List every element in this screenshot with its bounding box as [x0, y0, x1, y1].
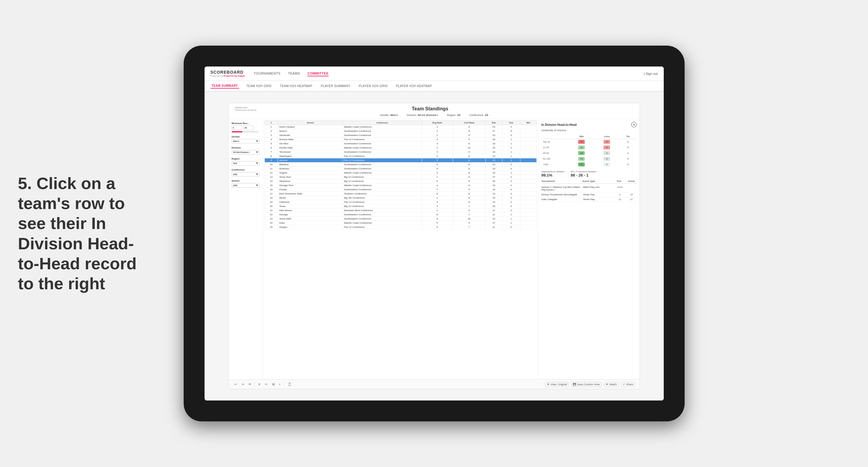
- table-row[interactable]: 8 Washington Pac-12 Conference 2 8 23 1: [265, 154, 536, 158]
- table-row[interactable]: 13 Texas Tech Big 12 Conference 1 9 27 2: [265, 175, 536, 179]
- table-row[interactable]: 15 Georgia Tech Atlantic Coast Conferenc…: [265, 183, 536, 188]
- conference-cell: Southeastern Conference: [343, 217, 422, 221]
- win-cell: [520, 225, 536, 229]
- region-select[interactable]: N/A: [232, 161, 260, 165]
- copy-button[interactable]: ⎘: [257, 382, 261, 386]
- tour-cell: 2: [502, 146, 520, 150]
- win-cell: [520, 200, 536, 204]
- rank-cell: 8: [265, 154, 278, 158]
- conf-rank-cell: 7: [453, 213, 486, 217]
- tablet-screen: SCOREBOARD Powered by Powered by clippd …: [205, 66, 664, 401]
- grid-button[interactable]: ⊞: [271, 382, 276, 386]
- conference-filter-label: Conference: All: [469, 114, 488, 117]
- conference-cell: Atlantic Coast Conference: [343, 171, 422, 175]
- nav-teams[interactable]: TEAMS: [288, 71, 300, 76]
- h2h-row: >100 27 0 0: [541, 162, 637, 167]
- table-row[interactable]: 24 Duke Atlantic Coast Conference 5 9 27…: [265, 221, 536, 225]
- table-row[interactable]: 19 California Pac-12 Conference 4 8 24 2: [265, 200, 536, 204]
- conference-select[interactable]: (All): [232, 172, 260, 177]
- table-row[interactable]: 4 Arizona State Pac-12 Conference 4 9 26…: [265, 137, 536, 142]
- table-row[interactable]: 6 Florida State Atlantic Coast Conferenc…: [265, 146, 536, 150]
- table-row[interactable]: 2 Auburn Southeastern Conference 1 9 27 …: [265, 129, 536, 133]
- clock-button[interactable]: ⌚: [286, 382, 292, 386]
- conference-cell: Pac-12 Conference: [343, 200, 422, 204]
- conf-rank-cell: 8: [453, 183, 486, 188]
- conference-cell: Southeastern Conference: [343, 129, 422, 133]
- table-row[interactable]: 17 East Tennessee State Southern Confere…: [265, 192, 536, 196]
- conf-rank-cell: 8: [453, 167, 486, 171]
- logo: SCOREBOARD Powered by Powered by clippd: [211, 70, 245, 77]
- tour-cell: 3: [502, 196, 520, 200]
- min-rounds-max-input[interactable]: [243, 126, 254, 130]
- table-row[interactable]: 5 Ole Miss Southeastern Conference 3 6 1…: [265, 142, 536, 146]
- table-row[interactable]: 10 Alabama Southeastern Conference 5 8 2…: [265, 162, 536, 167]
- conference-cell: Southeastern Conference: [343, 133, 422, 137]
- division-select[interactable]: NCAA Division I: [232, 150, 260, 154]
- win-cell: [520, 158, 536, 162]
- h2h-close-button[interactable]: ✕: [631, 122, 637, 127]
- watch-button[interactable]: 👁 Watch: [604, 382, 618, 387]
- conference-cell: Mountain West Conference: [343, 209, 422, 213]
- sign-out-link[interactable]: | Sign out: [644, 72, 657, 75]
- dot-button[interactable]: •: [278, 382, 282, 386]
- table-row[interactable]: 21 New Mexico Mountain West Conference 1…: [265, 209, 536, 213]
- rank-cell: 5: [265, 142, 278, 146]
- col-win: Win: [520, 121, 536, 125]
- nav-committee[interactable]: COMMITTEE: [307, 71, 329, 76]
- region-label: Region: [232, 157, 260, 160]
- table-row[interactable]: 20 Texas Big 12 Conference 3 7 20 0: [265, 204, 536, 209]
- table-row[interactable]: 18 Illinois Big Ten Conference 1 9 23 3: [265, 196, 536, 200]
- redo-button[interactable]: ⟳: [247, 382, 252, 386]
- rds-cell: 27: [486, 175, 502, 179]
- toolbar-right: 👁 View: Original 💾 Save Custom View 👁 Wa…: [545, 382, 635, 387]
- reg-rank-cell: 7: [422, 188, 453, 192]
- table-row[interactable]: 11 Arkansas Southeastern Conference 6 8 …: [265, 167, 536, 171]
- min-rounds-min-input[interactable]: [232, 126, 242, 130]
- table-row[interactable]: 23 Texas A&M Southeastern Conference 9 1…: [265, 217, 536, 221]
- cut-button[interactable]: ✂: [264, 382, 269, 386]
- table-row[interactable]: 1 North Carolina Atlantic Coast Conferen…: [265, 125, 536, 129]
- rank-cell: 20: [265, 204, 278, 209]
- school-cell: Oklahoma: [278, 179, 343, 183]
- save-custom-button[interactable]: 💾 Save Custom View: [571, 382, 601, 387]
- conference-label: Conference: [232, 168, 260, 171]
- col-reg-rank: Reg Rank: [422, 121, 453, 125]
- sub-nav-player-h2h-heatmap[interactable]: PLAYER H2H HEATMAP: [395, 84, 433, 88]
- table-row[interactable]: 14 Oklahoma Big 12 Conference 6 9 26 2: [265, 179, 536, 183]
- sub-nav-team-h2h-heatmap[interactable]: TEAM H2H HEATMAP: [279, 84, 314, 88]
- table-row[interactable]: 9 Arizona Pac-12 Conference 5 8 23 3: [265, 158, 536, 162]
- sub-nav-team-summary[interactable]: TEAM SUMMARY: [211, 84, 239, 89]
- prev-button[interactable]: ↪: [240, 382, 245, 386]
- table-row[interactable]: 16 Florida Southeastern Conference 7 9 2…: [265, 188, 536, 192]
- rds-cell: 26: [486, 137, 502, 142]
- nav-tournaments[interactable]: TOURNAMENTS: [254, 71, 281, 76]
- table-row[interactable]: 12 Virginia Atlantic Coast Conference 3 …: [265, 171, 536, 175]
- table-row[interactable]: 25 Oregon Pac-12 Conference 5 7 21 0: [265, 225, 536, 229]
- school-cell: Washington: [278, 154, 343, 158]
- bottom-toolbar: ↩ ↪ ⟳ ⎘ ✂ ⊞ • ⌚ 👁 View: Original: [229, 379, 640, 389]
- view-original-button[interactable]: 👁 View: Original: [545, 382, 569, 387]
- sub-nav-player-summary[interactable]: PLAYER SUMMARY: [320, 84, 351, 88]
- school-cell: Arizona: [278, 158, 343, 162]
- table-row[interactable]: 22 Georgia Southeastern Conference 8 7 2…: [265, 213, 536, 217]
- table-row[interactable]: 7 Tennessee Southeastern Conference 4 6 …: [265, 150, 536, 154]
- sub-nav-team-h2h-grid[interactable]: TEAM H2H GRID: [245, 84, 273, 88]
- h2h-row: 11-25 11 8 0: [541, 145, 637, 150]
- sub-nav-player-h2h-grid[interactable]: PLAYER H2H GRID: [358, 84, 389, 88]
- share-button[interactable]: ↗ Share: [621, 382, 635, 387]
- conference-cell: Big 12 Conference: [343, 175, 422, 179]
- min-rounds-slider[interactable]: [232, 131, 258, 132]
- table-row[interactable]: 3 Vanderbilt Southeastern Conference 2 8…: [265, 133, 536, 137]
- school-select[interactable]: (All): [232, 183, 260, 188]
- conference-cell: Southeastern Conference: [343, 142, 422, 146]
- win-cell: [520, 188, 536, 192]
- undo-button[interactable]: ↩: [233, 382, 238, 386]
- h2h-row: 26-50 25 2 1: [541, 150, 637, 156]
- reg-rank-cell: 3: [422, 204, 453, 209]
- gender-select[interactable]: Men's Women's: [232, 139, 260, 144]
- tour-cell: 4: [502, 167, 520, 171]
- win-cell: [520, 209, 536, 213]
- panel-title: Team Standings: [256, 106, 604, 112]
- conf-rank-cell: 9: [453, 196, 486, 200]
- win-cell: [520, 146, 536, 150]
